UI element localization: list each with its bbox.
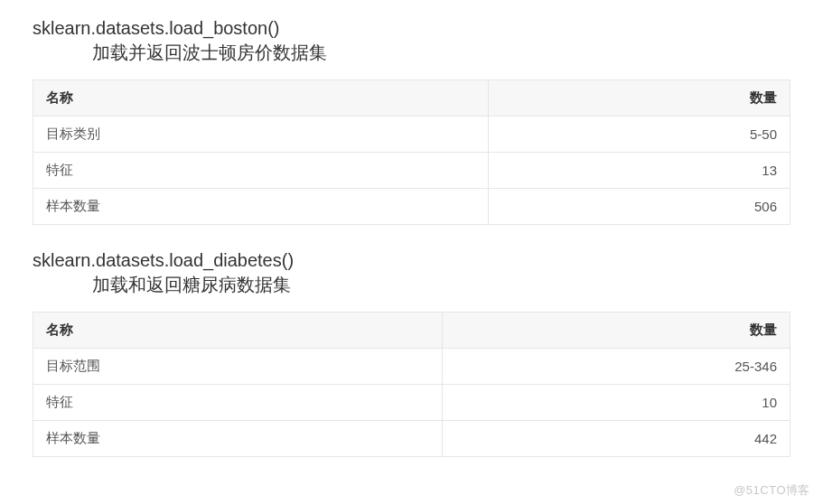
table-row: 样本数量 442 (33, 421, 790, 457)
table-row: 样本数量 506 (33, 189, 790, 225)
cell-name: 特征 (33, 153, 489, 189)
table-row: 特征 10 (33, 385, 790, 421)
watermark: @51CTO博客 (734, 482, 810, 499)
cell-name: 目标类别 (33, 117, 489, 153)
cell-name: 目标范围 (33, 349, 443, 385)
cell-value: 25-346 (442, 349, 790, 385)
cell-name: 样本数量 (33, 189, 489, 225)
boston-section: sklearn.datasets.load_boston() 加载并返回波士顿房… (33, 18, 790, 225)
cell-name: 样本数量 (33, 421, 443, 457)
boston-description: 加载并返回波士顿房价数据集 (92, 41, 790, 65)
cell-name: 特征 (33, 385, 443, 421)
diabetes-section: sklearn.datasets.load_diabetes() 加载和返回糖尿… (33, 250, 790, 457)
cell-value: 13 (488, 153, 790, 189)
table-row: 特征 13 (33, 153, 790, 189)
header-name: 名称 (33, 80, 489, 117)
cell-value: 10 (442, 385, 790, 421)
header-quantity: 数量 (488, 80, 790, 117)
table-header-row: 名称 数量 (33, 313, 790, 349)
cell-value: 442 (442, 421, 790, 457)
boston-table: 名称 数量 目标类别 5-50 特征 13 样本数量 506 (33, 79, 790, 225)
table-header-row: 名称 数量 (33, 80, 790, 117)
diabetes-function-name: sklearn.datasets.load_diabetes() (33, 250, 790, 271)
cell-value: 5-50 (488, 117, 790, 153)
diabetes-description: 加载和返回糖尿病数据集 (92, 273, 790, 297)
header-quantity: 数量 (442, 313, 790, 349)
diabetes-table: 名称 数量 目标范围 25-346 特征 10 样本数量 442 (33, 312, 790, 457)
table-row: 目标范围 25-346 (33, 349, 790, 385)
boston-function-name: sklearn.datasets.load_boston() (33, 18, 790, 39)
header-name: 名称 (33, 313, 443, 349)
cell-value: 506 (488, 189, 790, 225)
table-row: 目标类别 5-50 (33, 117, 790, 153)
